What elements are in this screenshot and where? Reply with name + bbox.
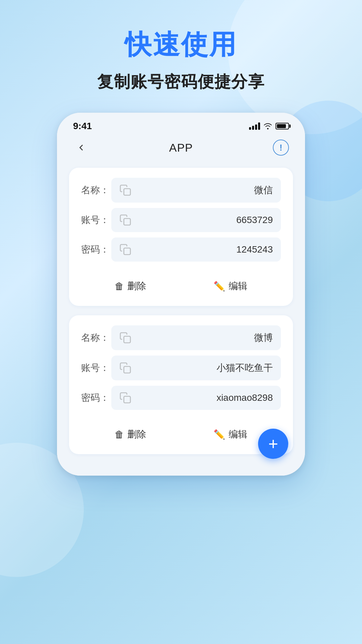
nav-bar: APP ! xyxy=(57,136,305,164)
edit-button-1[interactable]: ✏️ 编辑 xyxy=(203,276,257,296)
status-time: 9:41 xyxy=(73,121,92,131)
input-password-2: xiaomao8298 xyxy=(111,386,281,410)
edit-label-1: 编辑 xyxy=(229,280,247,292)
account-card-2: 名称： 微博 账号： xyxy=(69,315,293,454)
edit-icon-1: ✏️ xyxy=(214,281,225,292)
copy-icon-password-2[interactable] xyxy=(119,392,131,404)
value-account-1: 6653729 xyxy=(236,215,273,225)
svg-rect-5 xyxy=(124,396,131,403)
add-button[interactable]: + xyxy=(258,429,288,459)
label-password-1: 密码： xyxy=(81,243,111,256)
field-row-password-1: 密码： 1245243 xyxy=(81,237,281,262)
svg-rect-4 xyxy=(124,367,131,373)
label-name-2: 名称： xyxy=(81,331,111,344)
value-account-2: 小猫不吃鱼干 xyxy=(217,362,273,374)
delete-label-1: 删除 xyxy=(127,280,146,292)
page-title-sub: 复制账号密码便捷分享 xyxy=(97,71,265,93)
input-account-2: 小猫不吃鱼干 xyxy=(111,356,281,380)
field-row-name-1: 名称： 微信 xyxy=(81,178,281,203)
value-name-1: 微信 xyxy=(254,184,273,197)
field-row-password-2: 密码： xiaomao8298 xyxy=(81,386,281,410)
delete-button-1[interactable]: 🗑 删除 xyxy=(105,276,156,296)
trash-icon-2: 🗑 xyxy=(115,429,124,440)
wifi-icon xyxy=(263,122,272,130)
copy-icon-account-1[interactable] xyxy=(119,214,131,226)
field-row-account-1: 账号： 6653729 xyxy=(81,208,281,232)
input-account-1: 6653729 xyxy=(111,208,281,232)
label-account-1: 账号： xyxy=(81,214,111,226)
edit-icon-2: ✏️ xyxy=(214,429,225,440)
trash-icon-1: 🗑 xyxy=(115,281,124,292)
edit-button-2[interactable]: ✏️ 编辑 xyxy=(203,425,257,444)
value-password-1: 1245243 xyxy=(236,244,273,255)
value-password-2: xiaomao8298 xyxy=(217,392,273,403)
nav-title: APP xyxy=(169,141,193,154)
card-actions-2: 🗑 删除 ✏️ 编辑 xyxy=(81,418,281,444)
label-password-2: 密码： xyxy=(81,391,111,404)
delete-button-2[interactable]: 🗑 删除 xyxy=(105,425,156,444)
info-button[interactable]: ! xyxy=(273,140,289,156)
label-name-1: 名称： xyxy=(81,184,111,197)
value-name-2: 微博 xyxy=(254,331,273,344)
copy-icon-name-1[interactable] xyxy=(119,184,131,196)
status-icons xyxy=(249,122,289,130)
edit-label-2: 编辑 xyxy=(229,428,247,441)
label-account-2: 账号： xyxy=(81,362,111,374)
copy-icon-account-2[interactable] xyxy=(119,362,131,374)
svg-rect-0 xyxy=(124,189,131,196)
svg-rect-3 xyxy=(124,336,131,343)
page-title-main: 快速使用 xyxy=(125,27,237,63)
svg-rect-1 xyxy=(124,219,131,225)
field-row-account-2: 账号： 小猫不吃鱼干 xyxy=(81,356,281,380)
svg-rect-2 xyxy=(124,248,131,255)
content-area: 名称： 微信 账号： xyxy=(57,164,305,476)
field-row-name-2: 名称： 微博 xyxy=(81,325,281,350)
status-bar: 9:41 xyxy=(57,113,305,136)
input-name-2: 微博 xyxy=(111,325,281,350)
input-name-1: 微信 xyxy=(111,178,281,203)
signal-icon xyxy=(249,122,260,130)
delete-label-2: 删除 xyxy=(127,428,146,441)
back-button[interactable] xyxy=(73,140,89,156)
card-actions-1: 🗑 删除 ✏️ 编辑 xyxy=(81,270,281,296)
battery-icon xyxy=(276,123,289,129)
copy-icon-name-2[interactable] xyxy=(119,332,131,344)
copy-icon-password-1[interactable] xyxy=(119,244,131,256)
phone-mockup: 9:41 xyxy=(57,113,305,476)
account-card-1: 名称： 微信 账号： xyxy=(69,168,293,306)
input-password-1: 1245243 xyxy=(111,237,281,262)
